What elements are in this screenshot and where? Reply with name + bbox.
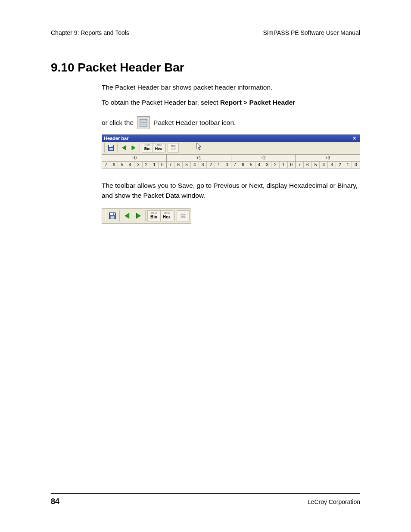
bit-cell: 7 bbox=[167, 162, 175, 168]
bit-cell: 6 bbox=[239, 162, 247, 168]
hex-toggle[interactable]: 10110 Hex bbox=[160, 210, 173, 221]
bit-group-2: +2 7 6 5 4 3 2 1 0 bbox=[231, 155, 296, 168]
bit-cell: 4 bbox=[320, 162, 328, 168]
svg-marker-10 bbox=[197, 143, 201, 150]
bit-cell: 3 bbox=[328, 162, 336, 168]
bit-group-label: +0 bbox=[102, 155, 166, 162]
bit-group-label: +3 bbox=[296, 155, 360, 162]
save-icon bbox=[109, 212, 116, 220]
bit-cell: 3 bbox=[199, 162, 207, 168]
bit-cell: 6 bbox=[304, 162, 312, 168]
bit-group-label: +2 bbox=[231, 155, 296, 162]
header-bar-title: Header bar bbox=[104, 136, 128, 141]
svg-rect-12 bbox=[110, 213, 115, 215]
svg-rect-14 bbox=[113, 213, 114, 215]
arrow-left-icon bbox=[124, 212, 131, 219]
bit-group-0: +0 7 6 5 4 3 2 1 0 bbox=[102, 155, 167, 168]
save-button[interactable] bbox=[106, 143, 116, 152]
data-top-digits: 0100 bbox=[181, 214, 185, 216]
para4-pre: The toolbar allows you to bbox=[102, 182, 178, 189]
toolbar-sep bbox=[104, 143, 105, 152]
svg-rect-1 bbox=[141, 120, 146, 121]
paragraph-intro: The Packet Header bar shows packet heade… bbox=[102, 82, 360, 92]
bit-cell: 1 bbox=[150, 162, 159, 168]
binary-toggle[interactable]: 10110 Bin bbox=[142, 143, 153, 152]
svg-marker-9 bbox=[132, 146, 135, 150]
bit-cell: 5 bbox=[118, 162, 126, 168]
bit-cell: 2 bbox=[271, 162, 280, 168]
bit-cell: 6 bbox=[174, 162, 183, 168]
bit-cell: 4 bbox=[191, 162, 199, 168]
toolbar-sep bbox=[174, 210, 175, 221]
para2-pre: To obtain the Packet Header bar, select bbox=[102, 99, 220, 106]
hex-label: Hex bbox=[163, 215, 171, 219]
bit-cell: 0 bbox=[288, 162, 296, 168]
bit-cell: 3 bbox=[263, 162, 271, 168]
header-bar-window: Header bar × bbox=[102, 134, 360, 168]
bit-cell: 2 bbox=[143, 162, 151, 168]
para3-post: Packet Header toolbar icon. bbox=[153, 118, 236, 128]
next-button[interactable] bbox=[133, 210, 144, 221]
bit-cell: 0 bbox=[159, 162, 166, 168]
page-number: 84 bbox=[51, 497, 59, 506]
bit-cell: 1 bbox=[280, 162, 288, 168]
close-icon[interactable]: × bbox=[353, 136, 358, 141]
bit-cell: 0 bbox=[223, 162, 231, 168]
bit-cell: 6 bbox=[110, 162, 118, 168]
data-bottom-digits: 1010 bbox=[181, 216, 185, 218]
svg-marker-8 bbox=[122, 146, 126, 150]
bin-label: Bin bbox=[150, 215, 157, 219]
top-rule bbox=[51, 39, 360, 39]
binary-toggle[interactable]: 10110 Bin bbox=[147, 210, 160, 221]
para3-pre: or click the bbox=[102, 118, 134, 128]
bit-cell: 5 bbox=[247, 162, 255, 168]
bit-cell: 5 bbox=[312, 162, 320, 168]
menu-path: Report > Packet Header bbox=[220, 99, 295, 106]
bit-cell: 4 bbox=[126, 162, 134, 168]
packet-header-toolbar-icon bbox=[137, 116, 150, 129]
save-icon bbox=[108, 144, 115, 151]
bit-cell: 4 bbox=[255, 162, 264, 168]
svg-rect-6 bbox=[109, 148, 113, 150]
arrow-left-icon bbox=[121, 145, 127, 151]
toolbar-sep bbox=[119, 210, 120, 221]
toolbar-sep bbox=[117, 143, 118, 152]
packet-data-button[interactable]: 0100 1010 bbox=[168, 143, 179, 152]
hex-label: Hex bbox=[155, 147, 162, 151]
bit-cell: 7 bbox=[231, 162, 240, 168]
manual-header: SimPASS PE Software User Manual bbox=[263, 29, 360, 36]
corporation-name: LeCroy Corporation bbox=[308, 498, 360, 505]
toolbar-sep bbox=[105, 210, 106, 221]
previous-button[interactable] bbox=[119, 143, 129, 152]
bit-cell: 1 bbox=[344, 162, 352, 168]
packet-data-button[interactable]: 0100 1010 bbox=[177, 210, 190, 221]
hex-toggle[interactable]: 10110 Hex bbox=[153, 143, 164, 152]
previous-button[interactable] bbox=[121, 210, 133, 221]
toolbar-standalone: 10110 Bin 10110 Hex 0100 1010 bbox=[102, 208, 191, 224]
svg-rect-7 bbox=[112, 146, 112, 147]
paragraph-menu-path: To obtain the Packet Header bar, select … bbox=[102, 97, 360, 107]
svg-marker-16 bbox=[136, 213, 140, 218]
next-button[interactable] bbox=[129, 143, 138, 152]
bit-cell: 2 bbox=[336, 162, 344, 168]
toolbar-sep bbox=[145, 210, 146, 221]
svg-rect-5 bbox=[109, 145, 113, 147]
bit-cell: 5 bbox=[183, 162, 191, 168]
bit-cell: 3 bbox=[134, 162, 143, 168]
header-bar-titlebar: Header bar × bbox=[102, 135, 360, 142]
arrow-right-icon bbox=[131, 145, 137, 151]
bit-cell: 7 bbox=[102, 162, 110, 168]
paragraph-toolbar-desc: The toolbar allows you to Save, go to Pr… bbox=[102, 180, 360, 201]
save-button[interactable] bbox=[107, 210, 118, 221]
header-bar-bit-grid: +0 7 6 5 4 3 2 1 0 +1 7 bbox=[102, 154, 360, 168]
chapter-header: Chapter 9: Reports and Tools bbox=[51, 29, 129, 36]
header-bar-toolbar: 10110 Bin 10110 Hex 0100 1010 bbox=[102, 142, 360, 154]
data-bottom-digits: 1010 bbox=[171, 148, 175, 150]
paragraph-icon-ref: or click the Packet Header toolbar icon. bbox=[102, 116, 360, 129]
bit-group-1: +1 7 6 5 4 3 2 1 0 bbox=[167, 155, 231, 168]
bit-cell: 1 bbox=[215, 162, 223, 168]
toolbar-sep bbox=[140, 143, 140, 152]
bit-cell: 7 bbox=[296, 162, 304, 168]
svg-marker-15 bbox=[125, 213, 129, 218]
cursor-icon bbox=[196, 142, 203, 152]
